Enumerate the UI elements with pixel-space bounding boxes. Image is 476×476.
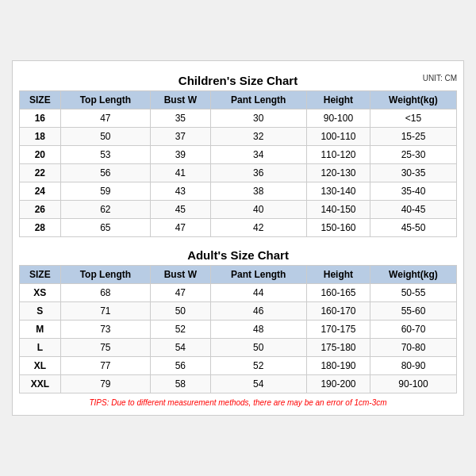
table-row: XXL795854190-20090-100 (20, 375, 457, 393)
table-row: 28654742150-16045-50 (20, 219, 457, 237)
table-cell: 26 (20, 201, 61, 219)
table-cell: 75 (60, 339, 150, 357)
adults-col-height: Height (306, 266, 370, 284)
table-cell: 48 (210, 321, 306, 339)
children-header-row: SIZE Top Length Bust W Pant Length Heigh… (20, 91, 457, 109)
table-cell: XXL (20, 375, 61, 393)
adults-title: Adult's Size Chart (19, 244, 457, 265)
table-cell: 15-25 (370, 128, 456, 146)
table-row: XL775652180-19080-90 (20, 357, 457, 375)
table-cell: 65 (60, 219, 150, 237)
table-cell: 52 (151, 321, 211, 339)
table-cell: 34 (210, 146, 306, 164)
table-cell: 50 (151, 302, 211, 321)
adults-header-row: SIZE Top Length Bust W Pant Length Heigh… (20, 266, 457, 284)
children-col-pant-length: Pant Length (210, 91, 306, 109)
table-cell: 47 (151, 284, 211, 302)
adults-col-pant-length: Pant Length (210, 266, 306, 284)
children-title-text: Children's Size Chart (178, 74, 298, 87)
table-cell: 18 (20, 128, 61, 146)
table-row: L755450175-18070-80 (20, 339, 457, 357)
table-row: 18503732100-11015-25 (20, 128, 457, 146)
table-cell: 45 (151, 201, 211, 219)
table-cell: XS (20, 284, 61, 302)
table-cell: 60-70 (370, 321, 456, 339)
table-cell: 90-100 (306, 109, 370, 128)
table-cell: 30 (210, 109, 306, 128)
table-cell: 37 (151, 128, 211, 146)
children-col-weight: Weight(kg) (370, 91, 456, 109)
table-cell: <15 (370, 109, 456, 128)
table-cell: 160-165 (306, 284, 370, 302)
adults-col-weight: Weight(kg) (370, 266, 456, 284)
adults-title-text: Adult's Size Chart (187, 248, 289, 262)
table-cell: L (20, 339, 61, 357)
table-cell: 39 (151, 146, 211, 164)
table-cell: 52 (210, 357, 306, 375)
table-cell: 71 (60, 302, 150, 321)
table-cell: 36 (210, 164, 306, 182)
table-cell: S (20, 302, 61, 321)
children-col-size: SIZE (20, 91, 61, 109)
table-row: 26624540140-15040-45 (20, 201, 457, 219)
children-col-top-length: Top Length (60, 91, 150, 109)
children-table: SIZE Top Length Bust W Pant Length Heigh… (19, 90, 457, 237)
table-cell: 46 (210, 302, 306, 321)
table-cell: 56 (60, 164, 150, 182)
table-cell: 53 (60, 146, 150, 164)
table-row: 1647353090-100<15 (20, 109, 457, 128)
table-cell: 40 (210, 201, 306, 219)
table-cell: 22 (20, 164, 61, 182)
children-title: Children's Size Chart UNIT: CM (19, 69, 457, 90)
table-cell: 40-45 (370, 201, 456, 219)
table-cell: 43 (151, 182, 211, 201)
table-cell: 150-160 (306, 219, 370, 237)
table-cell: 79 (60, 375, 150, 393)
table-row: 22564136120-13030-35 (20, 164, 457, 182)
adults-col-bust: Bust W (151, 266, 211, 284)
table-cell: 130-140 (306, 182, 370, 201)
table-cell: XL (20, 357, 61, 375)
table-row: M735248170-17560-70 (20, 321, 457, 339)
table-cell: 28 (20, 219, 61, 237)
table-cell: 54 (210, 375, 306, 393)
table-cell: 20 (20, 146, 61, 164)
table-cell: 35-40 (370, 182, 456, 201)
children-unit: UNIT: CM (423, 74, 457, 83)
children-col-bust: Bust W (151, 91, 211, 109)
table-cell: 54 (151, 339, 211, 357)
table-cell: 44 (210, 284, 306, 302)
table-cell: 24 (20, 182, 61, 201)
table-cell: 110-120 (306, 146, 370, 164)
chart-container: Children's Size Chart UNIT: CM SIZE Top … (12, 60, 464, 416)
table-cell: 190-200 (306, 375, 370, 393)
table-cell: 32 (210, 128, 306, 146)
table-cell: 62 (60, 201, 150, 219)
table-cell: 59 (60, 182, 150, 201)
table-cell: 77 (60, 357, 150, 375)
tips-text: TIPS: Due to different measurement metho… (19, 398, 457, 407)
adults-table: SIZE Top Length Bust W Pant Length Heigh… (19, 265, 457, 393)
table-cell: 47 (60, 109, 150, 128)
table-cell: 35 (151, 109, 211, 128)
table-cell: 100-110 (306, 128, 370, 146)
adults-col-size: SIZE (20, 266, 61, 284)
table-cell: 55-60 (370, 302, 456, 321)
table-cell: 68 (60, 284, 150, 302)
table-cell: 47 (151, 219, 211, 237)
table-cell: 50 (60, 128, 150, 146)
table-cell: 56 (151, 357, 211, 375)
table-cell: 170-175 (306, 321, 370, 339)
table-cell: 80-90 (370, 357, 456, 375)
table-cell: 160-170 (306, 302, 370, 321)
table-row: XS684744160-16550-55 (20, 284, 457, 302)
table-cell: 25-30 (370, 146, 456, 164)
table-cell: 42 (210, 219, 306, 237)
table-cell: M (20, 321, 61, 339)
table-cell: 30-35 (370, 164, 456, 182)
table-cell: 50-55 (370, 284, 456, 302)
table-cell: 16 (20, 109, 61, 128)
children-col-height: Height (306, 91, 370, 109)
table-cell: 45-50 (370, 219, 456, 237)
table-row: 20533934110-12025-30 (20, 146, 457, 164)
